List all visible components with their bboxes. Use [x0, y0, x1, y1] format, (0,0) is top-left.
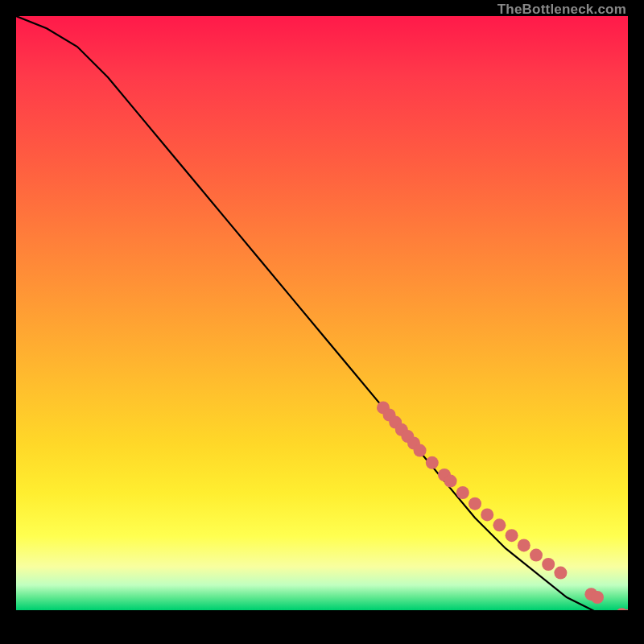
data-marker — [493, 518, 506, 531]
plot-area — [16, 16, 628, 628]
data-marker — [469, 497, 481, 510]
data-marker — [444, 475, 457, 488]
data-marker — [518, 539, 530, 551]
bottom-mask — [16, 610, 628, 628]
line-curve — [16, 16, 628, 616]
data-marker — [506, 529, 518, 542]
curve-line — [16, 16, 628, 616]
chart-svg — [16, 16, 628, 628]
data-marker — [542, 558, 555, 571]
data-marker — [426, 456, 439, 469]
data-markers — [377, 401, 628, 621]
data-marker — [591, 591, 604, 604]
data-marker — [414, 444, 427, 457]
data-marker — [554, 567, 567, 580]
watermark-text: TheBottleneck.com — [497, 2, 626, 18]
chart-container: TheBottleneck.com — [16, 16, 628, 628]
data-marker — [530, 549, 543, 562]
data-marker — [481, 508, 493, 521]
data-marker — [456, 486, 469, 499]
